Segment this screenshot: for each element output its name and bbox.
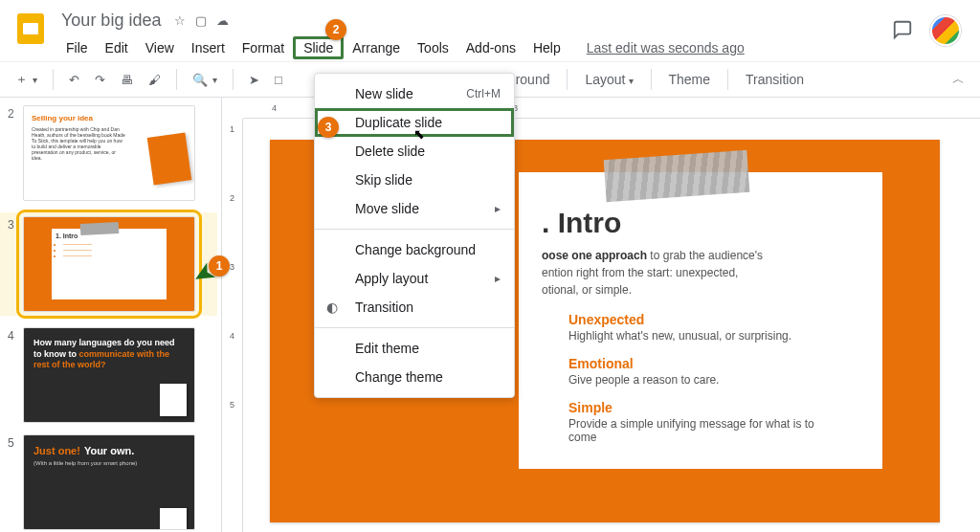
select-tool[interactable]: ➤	[243, 69, 265, 91]
cloud-status-icon[interactable]: ☁	[216, 13, 229, 28]
menu-insert[interactable]: Insert	[183, 36, 234, 59]
paint-format-button[interactable]: 🖌	[143, 69, 167, 91]
print-button[interactable]: 🖶	[115, 69, 139, 91]
thumb-index: 2	[8, 105, 23, 201]
menu-change-background[interactable]: Change background	[315, 235, 514, 264]
textbox-tool[interactable]: □	[269, 69, 288, 91]
slide-title: . Intro	[542, 207, 859, 239]
doc-title[interactable]: Your big idea	[57, 11, 165, 31]
menu-help[interactable]: Help	[524, 36, 569, 59]
transition-button[interactable]: Transition	[738, 68, 812, 91]
approach-body: Provide a simple unifying message for wh…	[568, 417, 817, 444]
annotation-badge-2: 2	[325, 19, 346, 40]
menu-edit[interactable]: Edit	[97, 36, 137, 59]
menu-apply-layout[interactable]: Apply layout▸	[315, 264, 514, 293]
slide-thumbnail-5[interactable]: Just one!Your own. (With a little help f…	[23, 434, 195, 530]
redo-button[interactable]: ↷	[89, 69, 111, 91]
star-icon[interactable]: ☆	[174, 13, 186, 28]
approach-title: Unexpected	[568, 312, 859, 327]
vertical-ruler: 12345	[222, 119, 243, 532]
last-edit-link[interactable]: Last edit was seconds ago	[587, 40, 745, 55]
svg-rect-1	[23, 23, 38, 34]
slide-menu-dropdown: New slide Ctrl+M Duplicate slide Delete …	[314, 73, 515, 398]
menu-move-slide[interactable]: Move slide▸	[315, 194, 514, 223]
undo-button[interactable]: ↶	[63, 69, 85, 91]
thumb-index: 4	[8, 327, 23, 423]
cursor-icon: ⬉	[413, 126, 425, 142]
menubar: File Edit View Insert Format Slide Arran…	[57, 34, 892, 61]
slide-thumbnail-2[interactable]: Selling your idea Created in partnership…	[23, 105, 195, 201]
menu-addons[interactable]: Add-ons	[457, 36, 524, 59]
slide-subtitle: oose one approach to grab the audience's…	[542, 247, 859, 299]
menu-arrange[interactable]: Arrange	[344, 36, 409, 59]
approach-body: Highlight what's new, unusual, or surpri…	[568, 329, 817, 343]
menu-transition[interactable]: ◐ Transition	[315, 293, 514, 321]
layout-button[interactable]: Layout▾	[577, 68, 640, 91]
filmstrip: 2 Selling your idea Created in partnersh…	[0, 98, 222, 532]
annotation-badge-3: 3	[318, 117, 339, 138]
menu-file[interactable]: File	[57, 36, 97, 59]
theme-button[interactable]: Theme	[661, 68, 719, 91]
zoom-button[interactable]: 🔍▾	[187, 69, 223, 91]
slide-thumbnail-4[interactable]: How many languages do you need to know t…	[23, 327, 195, 423]
approach-body: Give people a reason to care.	[568, 373, 817, 387]
menu-tools[interactable]: Tools	[409, 36, 457, 59]
menu-view[interactable]: View	[137, 36, 183, 59]
menu-edit-theme[interactable]: Edit theme	[315, 334, 514, 363]
tape-graphic	[604, 150, 750, 202]
menu-new-slide[interactable]: New slide Ctrl+M	[315, 79, 514, 108]
approach-title: Simple	[568, 400, 859, 415]
move-icon[interactable]: ▢	[195, 13, 207, 28]
slide-content-card: . Intro oose one approach to grab the au…	[519, 172, 882, 469]
menu-skip-slide[interactable]: Skip slide	[315, 166, 514, 194]
collapse-toolbar-icon[interactable]: ︿	[947, 67, 970, 92]
transition-icon: ◐	[326, 299, 338, 315]
new-slide-button[interactable]: ＋▾	[10, 67, 43, 92]
annotation-badge-1: 1	[209, 255, 230, 277]
thumb-index: 5	[8, 434, 23, 530]
account-avatar[interactable]	[930, 15, 961, 46]
thumb-index: 3	[8, 216, 23, 312]
menu-format[interactable]: Format	[234, 36, 293, 59]
comments-icon[interactable]	[892, 19, 913, 43]
shortcut-label: Ctrl+M	[466, 87, 501, 100]
slide-thumbnail-3[interactable]: 1. Intro ——————————————————	[23, 216, 195, 312]
menu-change-theme[interactable]: Change theme	[315, 363, 514, 391]
slides-logo[interactable]	[11, 10, 50, 48]
approach-title: Emotional	[568, 356, 859, 371]
